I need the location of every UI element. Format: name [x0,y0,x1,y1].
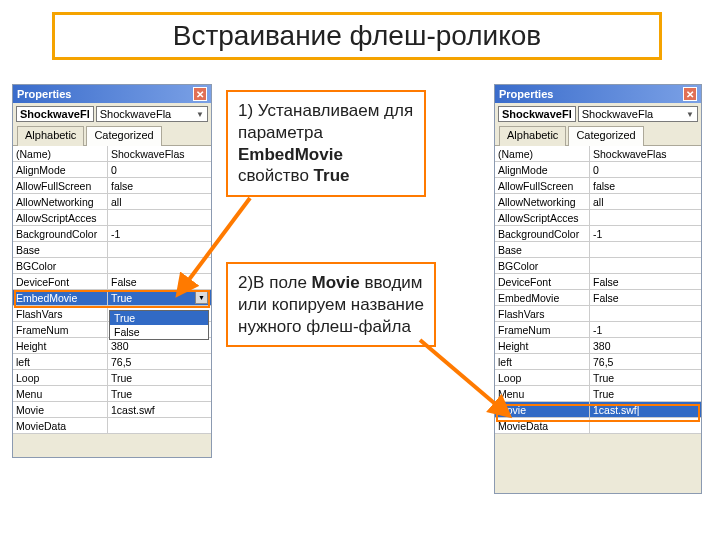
close-icon[interactable]: ✕ [683,87,697,101]
property-value[interactable] [590,210,701,225]
property-key: FrameNum [495,322,590,337]
property-value[interactable] [590,418,701,433]
property-row[interactable]: left76,5 [495,354,701,370]
property-row[interactable]: AllowFullScreenfalse [13,178,211,194]
property-value[interactable]: False [108,274,211,289]
property-value[interactable] [108,242,211,257]
property-value[interactable]: True [590,386,701,401]
property-value[interactable]: -1 [108,226,211,241]
object-type-dropdown[interactable]: ShockwaveFla ▼ [578,106,698,122]
property-value[interactable]: 76,5 [108,354,211,369]
tab-alphabetic[interactable]: Alphabetic [499,126,566,146]
tab-alphabetic[interactable]: Alphabetic [17,126,84,146]
property-row[interactable]: MovieData [495,418,701,434]
property-value-text: false [111,180,133,192]
property-value[interactable]: false [590,178,701,193]
property-row[interactable]: AllowNetworkingall [13,194,211,210]
slide-title-box: Встраивание флеш-роликов [52,12,662,60]
property-value[interactable] [108,258,211,273]
callout-1: 1) Устанавливаем для параметра EmbedMovi… [226,90,426,197]
property-grid-left[interactable]: (Name)ShockwaveFlasAlignMode0AllowFullSc… [13,146,211,434]
property-row[interactable]: AllowScriptAcces [13,210,211,226]
property-row[interactable]: LoopTrue [13,370,211,386]
property-row[interactable]: Base [495,242,701,258]
property-row[interactable]: Base [13,242,211,258]
property-row[interactable]: (Name)ShockwaveFlas [495,146,701,162]
chevron-down-icon: ▼ [686,110,694,119]
property-value[interactable] [108,418,211,433]
property-row[interactable]: AllowScriptAcces [495,210,701,226]
property-row[interactable]: (Name)ShockwaveFlas [13,146,211,162]
tab-categorized[interactable]: Categorized [86,126,161,146]
property-row[interactable]: AllowFullScreenfalse [495,178,701,194]
property-row[interactable]: left76,5 [13,354,211,370]
property-row[interactable]: BackgroundColor-1 [495,226,701,242]
property-value-text: True [111,388,132,400]
callout1-bold-2: True [314,166,350,185]
property-row[interactable]: AlignMode0 [13,162,211,178]
property-value[interactable]: True▼ [108,290,211,305]
property-value[interactable]: all [590,194,701,209]
property-value[interactable]: 1cast.swf [108,402,211,417]
property-row[interactable]: MovieData [13,418,211,434]
property-row[interactable]: MenuTrue [13,386,211,402]
object-type-text: ShockwaveFla [582,108,654,120]
property-row[interactable]: AlignMode0 [495,162,701,178]
property-value[interactable]: 380 [108,338,211,353]
property-value[interactable]: 0 [108,162,211,177]
property-value[interactable]: -1 [590,226,701,241]
property-value[interactable]: 1cast.swf| [590,402,701,417]
dropdown-option[interactable]: False [110,325,208,339]
property-row[interactable]: BGColor [495,258,701,274]
property-value[interactable]: False [590,290,701,305]
property-key: FrameNum [13,322,108,337]
property-row[interactable]: Movie1cast.swf [13,402,211,418]
property-row[interactable]: DeviceFontFalse [13,274,211,290]
property-value[interactable]: ShockwaveFlas [108,146,211,161]
property-row[interactable]: LoopTrue [495,370,701,386]
property-value[interactable]: -1 [590,322,701,337]
property-value[interactable] [590,306,701,321]
dropdown-option[interactable]: True [110,311,208,325]
property-row[interactable]: DeviceFontFalse [495,274,701,290]
property-row[interactable]: Movie1cast.swf| [495,402,701,418]
object-name-field[interactable]: ShockwaveFl [498,106,576,122]
property-value[interactable] [590,258,701,273]
property-row[interactable]: Height380 [13,338,211,354]
property-row[interactable]: BackgroundColor-1 [13,226,211,242]
property-key: Height [495,338,590,353]
property-value-text: 1cast.swf [111,404,155,416]
chevron-down-icon: ▼ [196,110,204,119]
property-value[interactable]: True [590,370,701,385]
property-value[interactable]: 0 [590,162,701,177]
tab-categorized[interactable]: Categorized [568,126,643,146]
panel-titlebar: Properties ✕ [13,85,211,103]
property-row[interactable]: EmbedMovieFalse [495,290,701,306]
object-type-dropdown[interactable]: ShockwaveFla ▼ [96,106,208,122]
property-row[interactable]: FlashVars [495,306,701,322]
property-row[interactable]: AllowNetworkingall [495,194,701,210]
property-grid-right[interactable]: (Name)ShockwaveFlasAlignMode0AllowFullSc… [495,146,701,434]
property-value[interactable] [108,210,211,225]
property-row[interactable]: MenuTrue [495,386,701,402]
property-value[interactable]: False [590,274,701,289]
property-value[interactable]: True [108,370,211,385]
property-value[interactable]: True [108,386,211,401]
dropdown-arrow-icon[interactable]: ▼ [195,291,208,304]
property-value[interactable]: 380 [590,338,701,353]
property-key: AlignMode [13,162,108,177]
property-value[interactable]: false [108,178,211,193]
embedmovie-dropdown-list[interactable]: TrueFalse [109,310,209,340]
property-row[interactable]: Height380 [495,338,701,354]
property-value[interactable]: ShockwaveFlas [590,146,701,161]
property-value[interactable] [590,242,701,257]
property-key: Loop [495,370,590,385]
property-row[interactable]: BGColor [13,258,211,274]
property-value[interactable]: 76,5 [590,354,701,369]
property-value[interactable]: all [108,194,211,209]
property-key: FlashVars [13,306,108,321]
close-icon[interactable]: ✕ [193,87,207,101]
object-name-field[interactable]: ShockwaveFl [16,106,94,122]
property-row[interactable]: FrameNum-1 [495,322,701,338]
property-row[interactable]: EmbedMovieTrue▼ [13,290,211,306]
